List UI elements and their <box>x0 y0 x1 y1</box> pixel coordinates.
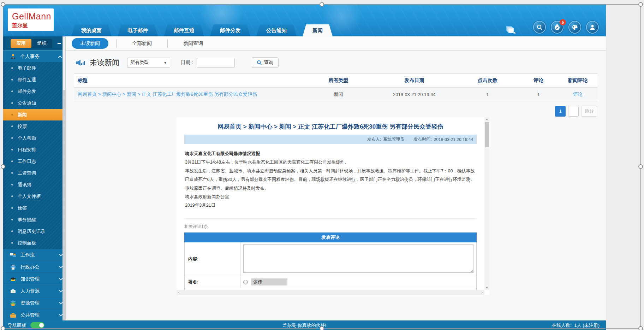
news-title-link[interactable]: 网易首页 > 新闻中心 > 新闻 > 正文 江苏化工厂爆炸致6死30重伤 另有部… <box>78 92 257 97</box>
sidebar-item-vote[interactable]: 投票 <box>3 120 66 132</box>
search-button[interactable] <box>533 21 546 34</box>
sidebar-mode-org[interactable]: 组织 <box>31 39 52 48</box>
subtab-news-search[interactable]: 新闻查询 <box>168 40 219 47</box>
bullet-icon <box>11 137 13 139</box>
comment-form: 发表评论 内容: ◢ 署名: <box>184 232 477 290</box>
sidebar-item-label: 投票 <box>18 123 27 130</box>
sidebar-collapse-button[interactable]: − <box>57 40 61 47</box>
tab-my-desktop[interactable]: 我的桌面 <box>71 24 112 36</box>
sidebar-item-contacts[interactable]: 通讯簿 <box>3 179 66 190</box>
page-title: 未读新闻 <box>90 58 119 67</box>
sidebar-item-reminders[interactable]: 事务提醒 <box>3 214 66 225</box>
bullet-icon <box>11 90 13 92</box>
footer-slogan: 盖尔曼 你真挚的伙伴! <box>3 322 606 329</box>
sidebar-group-public[interactable]: 公共管理 <box>3 309 66 320</box>
scroll-up-arrow-icon[interactable]: ▲ <box>484 118 489 121</box>
online-count-value: 1人 (未注册) <box>574 322 600 329</box>
handle-bottom-center[interactable] <box>320 326 324 330</box>
sidebar-item-label: 事务提醒 <box>18 217 36 223</box>
detail-vertical-scrollbar[interactable]: ▲ ▼ <box>484 117 489 290</box>
nav-panel-toggle[interactable] <box>30 322 44 328</box>
sidebar-item-mail-exchange[interactable]: 邮件互通 <box>3 74 66 86</box>
tasks-badge: 5 <box>560 19 566 25</box>
sidebar-scrollbar-thumb[interactable] <box>63 37 65 90</box>
comment-action-link[interactable]: 评论 <box>573 92 583 97</box>
sidebar-item-file-cabinet[interactable]: 个人文件柜 <box>3 190 66 202</box>
tasks-button[interactable]: 5 <box>551 21 564 34</box>
workflow-icon <box>10 252 16 258</box>
handle-top-center[interactable] <box>320 2 324 7</box>
scroll-left-arrow-icon[interactable]: ‹ <box>178 290 180 295</box>
bullet-icon <box>11 230 13 232</box>
detail-vscroll-thumb[interactable] <box>485 122 489 147</box>
bullet-icon <box>11 184 13 185</box>
col-comments: 评论 <box>519 74 558 88</box>
handle-bottom-left[interactable] <box>1 326 5 330</box>
sidebar-group-admin-office[interactable]: 行政办公 <box>3 261 66 273</box>
sidebar-item-salary[interactable]: 工资查询 <box>3 167 66 179</box>
type-select[interactable]: 所有类型 ▼ <box>127 58 170 68</box>
search-icon <box>536 24 543 30</box>
query-button-label: 查询 <box>264 59 274 66</box>
sidebar-group-workflow[interactable]: 工作流 <box>3 249 66 261</box>
tab-mail-dispatch[interactable]: 邮件分发 <box>210 24 250 36</box>
sidebar-item-control-panel[interactable]: 控制面板 <box>3 237 66 249</box>
sidebar-item-work-log[interactable]: 工作日志 <box>3 155 66 167</box>
sidebar-group-resources[interactable]: 资源管理 <box>3 297 66 309</box>
sidebar-mode-app[interactable]: 应用 <box>11 39 31 48</box>
subtab-all-news[interactable]: 全部新闻 <box>117 40 167 47</box>
sidebar-item-announcements[interactable]: 公告通知 <box>3 97 66 109</box>
graduation-icon <box>10 276 16 282</box>
sidebar-item-mail-dispatch[interactable]: 邮件分发 <box>3 86 66 97</box>
comment-content-textarea[interactable] <box>243 244 473 273</box>
tab-announcements[interactable]: 公告通知 <box>256 24 297 36</box>
page-number-current[interactable]: 1 <box>555 106 566 117</box>
sidebar-group-label: 工作流 <box>20 252 59 258</box>
query-button[interactable]: 查询 <box>252 57 279 68</box>
user-button[interactable] <box>586 21 599 34</box>
detail-meta-bar: 发布人: 系统管理员 发布时间: 2019-03-21 20:19:44 <box>184 135 477 144</box>
handle-middle-right[interactable] <box>638 164 643 169</box>
handle-top-right[interactable] <box>638 2 643 7</box>
sidebar-item-news[interactable]: 新闻 <box>3 109 66 120</box>
scroll-right-arrow-icon[interactable]: › <box>481 290 483 295</box>
subtab-unread-news[interactable]: 未读新闻 <box>72 38 108 49</box>
tab-email[interactable]: 电子邮件 <box>118 24 158 36</box>
printer-icon <box>10 264 16 270</box>
detail-body: 响水天嘉宜化工有限公司爆炸情况通报 3月21日下午14:48左右，位于响水县生态… <box>184 144 477 213</box>
sidebar-group-personal[interactable]: 个人事务 <box>3 50 66 62</box>
tab-mail-exchange[interactable]: 邮件互通 <box>164 24 204 36</box>
sidebar-scrollbar[interactable] <box>62 36 66 320</box>
body-paragraph: 3月21日下午14:48左右，位于响水县生态化工园区的天嘉宜化工有限公司发生爆炸… <box>185 158 476 166</box>
sidebar-item-attendance[interactable]: 个人考勤 <box>3 132 66 144</box>
footer-bar: 导航面板 盖尔曼 你真挚的伙伴! 在线人数: 1人 (未注册) <box>3 320 606 330</box>
tab-news[interactable]: 新闻 <box>303 24 333 36</box>
palette-icon <box>571 24 578 31</box>
toggle-knob <box>39 323 44 328</box>
handle-top-left[interactable] <box>1 2 5 7</box>
sidebar-item-notes[interactable]: 便签 <box>3 202 66 214</box>
date-input[interactable] <box>197 58 235 67</box>
theme-button[interactable] <box>568 21 581 34</box>
sidebar-group-hr[interactable]: 人力资源 <box>3 285 66 297</box>
handle-middle-left[interactable] <box>1 164 5 169</box>
scroll-down-arrow-icon[interactable]: ▼ <box>484 286 489 289</box>
handle-bottom-right[interactable] <box>638 326 643 330</box>
bullet-icon <box>11 160 13 162</box>
body-paragraph: 响水县政府新闻办公室 <box>185 193 476 201</box>
bullet-icon <box>11 125 13 127</box>
sidebar-item-schedule[interactable]: 日程安排 <box>3 144 66 155</box>
sidebar-item-label: 个人考勤 <box>18 135 36 141</box>
megaphone-icon <box>75 58 85 67</box>
toolbox-icon <box>10 312 16 318</box>
signature-radio[interactable] <box>243 280 248 284</box>
detail-horizontal-scrollbar[interactable]: ‹ › <box>177 290 484 295</box>
chevron-down-icon: ▼ <box>163 61 167 65</box>
clear-windows-icon[interactable]: x <box>506 26 515 34</box>
sidebar-group-knowledge[interactable]: 知识管理 <box>3 273 66 285</box>
sidebar-item-message-history[interactable]: 消息历史记录 <box>3 225 66 237</box>
sidebar-item-list: 电子邮件 邮件互通 邮件分发 公告通知 新闻 投票 个人考勤 日程安排 工作日志… <box>3 62 66 249</box>
page-jump-button[interactable]: 跳转 <box>581 106 597 117</box>
page-jump-input[interactable] <box>568 106 579 117</box>
sidebar-item-email[interactable]: 电子邮件 <box>3 62 66 74</box>
